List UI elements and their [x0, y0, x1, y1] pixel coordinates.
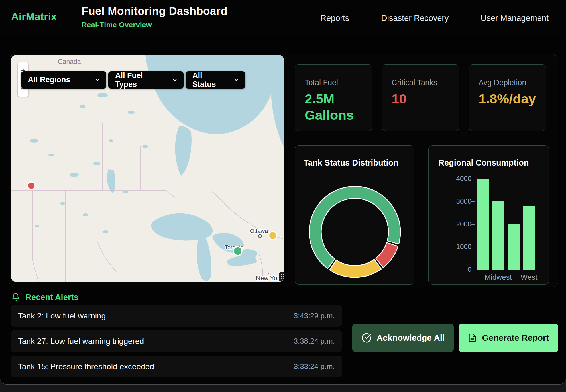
regional-consumption-card: Regional Consumption 01000200030004000Mi…: [428, 145, 549, 285]
acknowledge-all-button[interactable]: Acknowledge All: [352, 324, 454, 352]
donut-segment-warning: [330, 259, 381, 277]
filter-label: All Status: [192, 71, 226, 89]
regional-consumption-bar-chart: 01000200030004000MidwestWest: [429, 146, 549, 284]
map-marker-normal[interactable]: [233, 247, 242, 255]
acknowledge-all-label: Acknowledge All: [377, 333, 445, 343]
y-tick-mark: [471, 270, 475, 270]
x-axis-line: [475, 270, 537, 270]
map-label-ottawa: Ottawa: [250, 228, 268, 234]
nav-item-user-management[interactable]: User Management: [481, 13, 549, 23]
y-tick-label: 3000: [440, 197, 471, 205]
stat-card-total-fuel: Total Fuel2.5M Gallons: [295, 64, 372, 131]
filter-label: All Regions: [28, 75, 70, 84]
y-tick-label: 0: [440, 266, 471, 273]
alert-row[interactable]: Tank 27: Low fuel warning triggered3:38:…: [11, 330, 342, 352]
brand-logo: AirMatrix: [11, 11, 57, 23]
main-nav: ReportsDisaster RecoveryUser Management: [320, 0, 549, 36]
map[interactable]: Canada Ottawa Toronto New York + − All R…: [11, 55, 284, 282]
stat-value: 2.5M Gallons: [305, 91, 363, 123]
chevron-down-icon: [172, 77, 178, 83]
bar-1: [477, 179, 489, 270]
map-label-canada: Canada: [58, 58, 81, 65]
y-tick-label: 2000: [440, 220, 471, 228]
y-tick-mark: [471, 179, 475, 179]
alert-timestamp: 3:38:24 p.m.: [294, 337, 335, 346]
x-tick-mark: [498, 270, 498, 272]
page-title: Fuel Monitoring Dashboard: [82, 5, 227, 17]
generate-report-label: Generate Report: [482, 333, 549, 343]
dashboard-panel: Canada Ottawa Toronto New York + − All R…: [9, 54, 558, 287]
x-tick-label: West: [509, 273, 549, 282]
filter-label: All Fuel Types: [115, 71, 164, 89]
stat-label: Critical Tanks: [392, 78, 449, 87]
x-tick-mark: [529, 270, 529, 272]
bar-west: [523, 206, 535, 270]
tank-status-donut-chart: [295, 146, 415, 285]
alert-row[interactable]: Tank 15: Pressure threshold exceeded3:33…: [11, 356, 342, 377]
map-marker-critical[interactable]: [28, 182, 35, 189]
y-axis-line: [475, 179, 475, 270]
alert-row[interactable]: Tank 2: Low fuel warning3:43:29 p.m.: [11, 305, 342, 327]
recent-alerts-header: Recent Alerts: [11, 292, 78, 302]
alert-text: Tank 15: Pressure threshold exceeded: [18, 362, 154, 371]
y-tick-mark: [471, 224, 475, 225]
chevron-down-icon: [233, 77, 239, 83]
chevron-down-icon: [94, 77, 101, 83]
alert-text: Tank 27: Low fuel warning triggered: [18, 337, 144, 346]
nav-item-reports[interactable]: Reports: [320, 13, 349, 23]
app-window: AirMatrix Fuel Monitoring Dashboard Real…: [0, 0, 566, 385]
page-subtitle: Real-Time Overview: [82, 21, 152, 29]
filter-all-regions[interactable]: All Regions: [21, 71, 106, 89]
stat-value: 1.8%/​day: [479, 91, 536, 107]
alert-text: Tank 2: Low fuel warning: [18, 311, 106, 320]
stat-cards: Total Fuel2.5M GallonsCritical Tanks10Av…: [295, 64, 546, 131]
stat-label: Total Fuel: [305, 78, 363, 87]
nav-item-disaster-recovery[interactable]: Disaster Recovery: [381, 13, 449, 23]
map-marker-warning[interactable]: [269, 232, 277, 240]
map-tiles: Canada Ottawa Toronto New York: [11, 55, 284, 282]
bell-icon: [11, 292, 20, 302]
report-file-icon: [468, 333, 477, 342]
stat-value: 10: [392, 91, 449, 107]
filter-all-fuel-types[interactable]: All Fuel Types: [108, 71, 184, 89]
map-drag-handle-icon[interactable]: [279, 272, 284, 281]
y-tick-label: 4000: [440, 175, 471, 183]
stat-card-critical-tanks: Critical Tanks10: [382, 64, 459, 131]
filter-all-status[interactable]: All Status: [186, 71, 245, 89]
alert-timestamp: 3:33:24 p.m.: [294, 362, 335, 371]
y-tick-label: 1000: [440, 243, 471, 251]
y-tick-mark: [471, 201, 475, 202]
bar-midwest: [492, 201, 504, 270]
generate-report-button[interactable]: Generate Report: [459, 324, 558, 352]
stat-card-avg-depletion: Avg Depletion1.8%/​day: [469, 64, 546, 131]
map-filter-bar: All RegionsAll Fuel TypesAll Status: [21, 71, 245, 89]
check-circle-icon: [361, 333, 372, 343]
y-tick-mark: [471, 247, 475, 247]
app-header: AirMatrix Fuel Monitoring Dashboard Real…: [0, 0, 566, 36]
recent-alerts-title: Recent Alerts: [25, 293, 78, 302]
donut-segment-critical: [376, 242, 398, 268]
bar-3: [508, 224, 520, 270]
stat-label: Avg Depletion: [479, 78, 536, 87]
alert-timestamp: 3:43:29 p.m.: [294, 311, 335, 320]
tank-status-card: Tank Status Distribution: [295, 145, 414, 285]
